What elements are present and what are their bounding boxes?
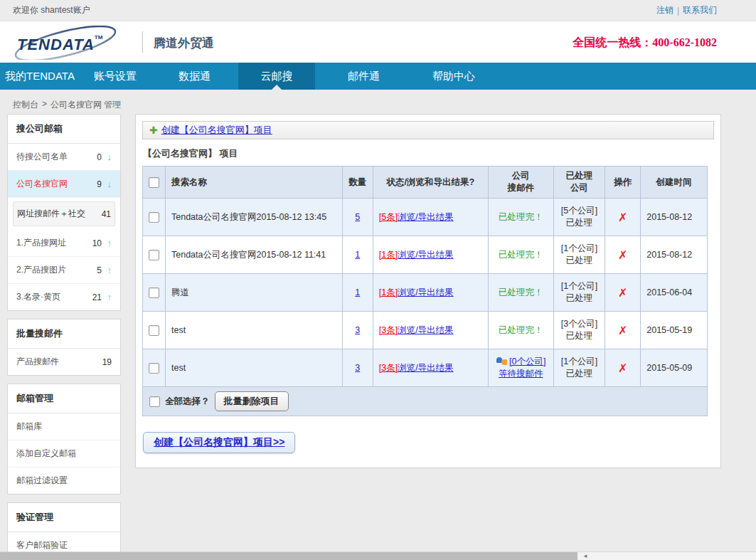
sidebar-item-邮箱过滤设置[interactable]: 邮箱过滤设置 — [8, 467, 120, 494]
browse-export-link[interactable]: 浏览/导出结果 — [398, 363, 453, 373]
result-cell: [3条]浏览/导出结果 — [373, 349, 488, 387]
result-count-link[interactable]: [3条] — [379, 363, 398, 373]
delete-icon[interactable]: ✗ — [618, 324, 627, 337]
table-row: Tendata公司名搜官网2015-08-12 13:455[5条]浏览/导出结… — [143, 199, 708, 236]
processed-cell: [5个公司]已处理 — [553, 199, 605, 236]
arrow-up-icon: ↑ — [102, 292, 112, 302]
horizontal-scrollbar[interactable]: ◄ — [0, 551, 756, 560]
processed-cell: [1个公司]已处理 — [553, 236, 605, 274]
sidebar-item-3.名录·黄页[interactable]: 3.名录·黄页21↑ — [8, 284, 120, 310]
table-footer: 全部选择？ 批量删除项目 — [142, 387, 708, 416]
plus-icon: ✚ — [149, 125, 158, 136]
result-count-link[interactable]: [1条] — [379, 250, 398, 260]
delete-icon[interactable]: ✗ — [618, 211, 627, 223]
row-checkbox[interactable] — [149, 212, 159, 223]
quantity-link[interactable]: 1 — [355, 287, 360, 297]
logout-link[interactable]: 注销 — [656, 4, 674, 16]
top-bar: 欢迎你 shantest账户 注销 | 联系我们 — [0, 0, 756, 21]
nav-item-我的TENDATA[interactable]: 我的TENDATA — [0, 63, 80, 90]
breadcrumb-home[interactable]: 控制台 — [13, 99, 38, 111]
sidebar-item-2.产品搜图片[interactable]: 2.产品搜图片5↑ — [8, 257, 120, 284]
result-count-link[interactable]: [1条] — [379, 287, 398, 297]
quantity-link[interactable]: 5 — [355, 212, 360, 222]
sidebar-item-公司名搜官网[interactable]: 公司名搜官网9↓ — [8, 171, 120, 198]
batch-delete-button[interactable]: 批量删除项目 — [215, 391, 289, 411]
quantity-link[interactable]: 1 — [355, 250, 360, 260]
sidebar-section-title: 验证管理 — [8, 503, 120, 532]
sidebar-item-产品搜邮件[interactable]: 产品搜邮件19 — [8, 349, 120, 375]
search-name-cell: Tendata公司名搜官网2015-08-12 13:45 — [166, 199, 343, 236]
nav-item-云邮搜[interactable]: 云邮搜 — [238, 63, 315, 90]
sidebar-item-count: 5 — [89, 265, 102, 275]
search-name-cell: Tendata公司名搜官网2015-08-12 11:41 — [166, 236, 343, 274]
nav-item-邮件通[interactable]: 邮件通 — [315, 63, 412, 90]
sidebar-section-title: 批量搜邮件 — [8, 319, 120, 349]
created-date-cell: 2015-06-04 — [641, 274, 708, 312]
hotline-text: 全国统一热线：400-662-1082 — [573, 36, 717, 51]
processed-line: 已处理 — [560, 217, 600, 229]
nav-item-label: 帮助中心 — [432, 70, 475, 83]
delete-icon[interactable]: ✗ — [618, 287, 627, 299]
sidebar-item-添加自定义邮箱[interactable]: 添加自定义邮箱 — [8, 440, 120, 467]
column-header-line: 数量 — [348, 176, 367, 189]
nav-item-label: 账号设置 — [94, 70, 137, 83]
action-cell: ✗ — [605, 236, 641, 274]
quantity-link[interactable]: 3 — [355, 363, 360, 373]
created-date-cell: 2015-05-19 — [641, 312, 708, 349]
column-header-line: 公司 — [494, 170, 548, 182]
browse-export-link[interactable]: 浏览/导出结果 — [398, 287, 453, 297]
people-icon — [496, 356, 508, 366]
create-project-link[interactable]: 创建【公司名搜官网】项目 — [161, 124, 272, 137]
sidebar-item-1.产品搜网址[interactable]: 1.产品搜网址10↑ — [8, 230, 120, 257]
scrollbar-arrow-icon[interactable]: ◄ — [582, 552, 588, 560]
nav-item-帮助中心[interactable]: 帮助中心 — [412, 63, 495, 90]
select-all-checkbox[interactable] — [149, 396, 160, 407]
arrow-down-icon: ↓ — [102, 179, 112, 189]
nav-item-label: 我的TENDATA — [5, 70, 75, 83]
processed-line: [1个公司] — [560, 243, 600, 255]
browse-export-link[interactable]: 浏览/导出结果 — [398, 250, 453, 260]
created-date-cell: 2015-08-12 — [641, 199, 708, 236]
company-count-link[interactable]: [0个公司] — [509, 356, 545, 366]
header-checkbox[interactable] — [149, 177, 159, 188]
main-panel: ✚ 创建【公司名搜官网】项目 【公司名搜官网】 项目 搜索名称数量状态/浏览和导… — [135, 114, 721, 468]
browse-export-link[interactable]: 浏览/导出结果 — [398, 325, 453, 335]
sidebar-item-待搜公司名单[interactable]: 待搜公司名单0↓ — [8, 144, 120, 171]
scrollbar-thumb[interactable] — [0, 552, 577, 560]
delete-icon[interactable]: ✗ — [618, 362, 627, 374]
top-links-separator: | — [677, 6, 679, 16]
row-checkbox[interactable] — [149, 250, 159, 260]
email-status-cell: 已处理完！ — [488, 312, 553, 349]
active-tab-notch — [272, 85, 282, 90]
sidebar-item-网址搜邮件＋社交[interactable]: 网址搜邮件＋社交41 — [13, 201, 115, 226]
column-header-line: 状态/浏览和导出结果? — [379, 176, 482, 189]
delete-icon[interactable]: ✗ — [618, 249, 627, 261]
sidebar-section-title: 邮箱管理 — [8, 384, 120, 413]
header-divider — [142, 31, 143, 53]
sidebar: 搜公司邮箱待搜公司名单0↓公司名搜官网9↓网址搜邮件＋社交411.产品搜网址10… — [7, 114, 121, 560]
waiting-search-link[interactable]: 等待搜邮件 — [499, 369, 543, 379]
column-header: 数量 — [342, 167, 373, 199]
row-checkbox[interactable] — [149, 363, 159, 374]
logo-text: TENDATA — [17, 36, 95, 54]
waiting-status-line: [0个公司] — [494, 356, 548, 368]
create-project-button[interactable]: 创建【公司名搜官网】项目>> — [143, 432, 295, 453]
quantity-link[interactable]: 3 — [355, 325, 360, 335]
sidebar-item-count: 21 — [89, 292, 102, 302]
logo-trademark: TM — [95, 34, 103, 41]
column-header — [143, 167, 166, 199]
sidebar-item-label: 产品搜邮件 — [16, 356, 99, 368]
result-count-link[interactable]: [3条] — [379, 325, 398, 335]
browse-export-link[interactable]: 浏览/导出结果 — [398, 212, 453, 222]
contact-us-link[interactable]: 联系我们 — [683, 4, 717, 16]
sidebar-item-count: 19 — [99, 357, 112, 367]
nav-item-账号设置[interactable]: 账号设置 — [80, 63, 151, 90]
table-header-row: 搜索名称数量状态/浏览和导出结果?公司搜邮件已处理公司操作创建时间 — [143, 167, 708, 199]
nav-item-数据通[interactable]: 数据通 — [151, 63, 238, 90]
nav-item-label: 云邮搜 — [261, 70, 293, 83]
sidebar-item-邮箱库[interactable]: 邮箱库 — [8, 413, 120, 440]
row-checkbox[interactable] — [149, 325, 159, 336]
row-checkbox[interactable] — [149, 287, 159, 298]
result-count-link[interactable]: [5条] — [379, 212, 398, 222]
result-cell: [3条]浏览/导出结果 — [373, 312, 488, 349]
